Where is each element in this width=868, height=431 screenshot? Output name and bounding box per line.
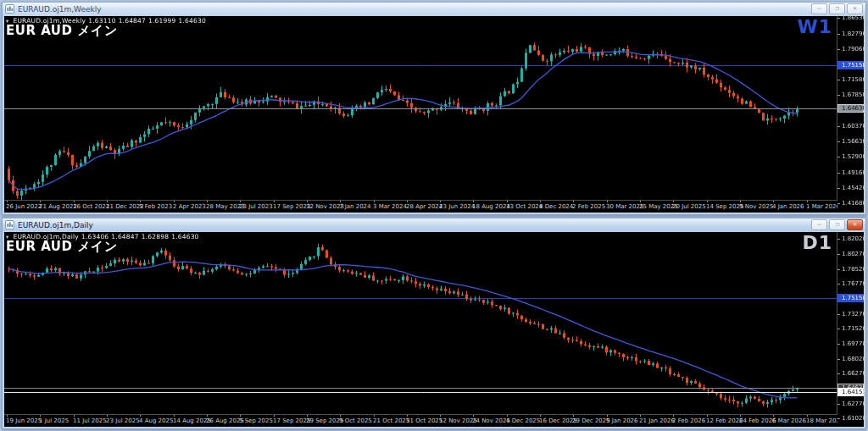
time-tick-mark: [673, 201, 674, 202]
time-tick-mark: [274, 415, 275, 417]
time-tick-label: 16 Dec 2025: [539, 417, 577, 424]
time-axis[interactable]: 19 Jun 20251 Jul 202511 Jul 202523 Jul 2…: [4, 414, 837, 427]
time-tick-mark: [440, 201, 441, 202]
time-tick-label: 24 Feb 2026: [739, 417, 776, 424]
time-tick-label: 8 Dec 2024: [539, 203, 573, 210]
window-title: EURAUD.oj1m,Weekly: [18, 5, 808, 14]
time-tick-mark: [607, 415, 608, 417]
price-tick-mark: [837, 18, 840, 19]
price-level-box: 1.64151: [837, 388, 864, 396]
time-tick-mark: [107, 415, 108, 417]
time-tick-label: 4 Aug 2025: [139, 417, 173, 424]
price-tick-mark: [837, 404, 840, 405]
time-tick-mark: [407, 415, 408, 417]
time-tick-mark: [340, 415, 341, 417]
time-tick-mark: [40, 201, 41, 202]
info-high: 1.64847: [119, 17, 146, 25]
time-tick-label: 5 Sep 2025: [239, 417, 273, 424]
price-chart-canvas[interactable]: [4, 16, 837, 201]
time-tick-mark: [174, 201, 175, 202]
time-tick-mark: [740, 415, 741, 417]
window-titlebar-daily[interactable]: EURAUD.oj1m,Daily – ❐ ✕: [3, 218, 865, 231]
price-tick-mark: [837, 314, 840, 315]
time-tick-label: 31 Oct 2025: [406, 417, 442, 424]
time-tick-mark: [74, 415, 75, 417]
time-tick-label: 9 Nov 2025: [739, 203, 773, 210]
timeframe-watermark: W1: [797, 16, 832, 37]
restore-button[interactable]: ❐: [829, 3, 845, 14]
window-titlebar-weekly[interactable]: EURAUD.oj1m,Weekly – ❐ ✕: [3, 3, 865, 15]
price-tick-label: 1.86530: [842, 16, 864, 21]
price-tick-label: 1.76770: [842, 280, 864, 287]
time-tick-mark: [240, 415, 241, 417]
price-tick-mark: [837, 418, 840, 419]
price-tick-label: 1.45420: [842, 185, 864, 191]
close-button[interactable]: ✕: [847, 219, 863, 230]
price-tick-mark: [837, 141, 840, 142]
time-tick-mark: [74, 201, 75, 202]
price-tick-mark: [837, 203, 840, 204]
time-tick-label: 18 Aug 2024: [472, 203, 510, 210]
time-tick-label: 9 Jan 2026: [606, 417, 638, 424]
time-tick-label: 29 Sep 2025: [306, 417, 343, 424]
price-tick-label: 1.69770: [842, 340, 864, 347]
time-tick-label: 7 Jan 2024: [339, 203, 371, 210]
minimize-button[interactable]: –: [811, 3, 827, 14]
time-tick-mark: [307, 201, 308, 202]
time-tick-label: 21 Aug 2022: [39, 203, 77, 210]
price-tick-label: 1.62770: [842, 401, 864, 407]
time-tick-mark: [573, 201, 574, 202]
time-tick-label: 1 Jul 2025: [39, 417, 69, 424]
chart-window-weekly: EURAUD.oj1m,Weekly – ❐ ✕ ▾EURAUD.oj1m,We…: [2, 2, 866, 215]
time-tick-mark: [673, 415, 674, 417]
time-tick-label: 9 Oct 2025: [339, 417, 372, 424]
price-axis[interactable]: 1.865301.827901.790601.753201.715801.678…: [837, 16, 864, 213]
time-tick-mark: [807, 415, 808, 417]
time-tick-label: 17 Sep 2023: [273, 203, 310, 210]
price-tick-mark: [837, 49, 840, 50]
price-axis[interactable]: 1.820201.802701.785201.767701.750201.732…: [837, 232, 864, 427]
time-axis[interactable]: 26 Jun 202221 Aug 202216 Oct 202211 Dec …: [4, 200, 837, 213]
time-tick-label: 12 Feb 2026: [706, 417, 743, 424]
price-tick-mark: [837, 80, 840, 80]
minimize-button[interactable]: –: [811, 219, 827, 230]
time-tick-mark: [773, 415, 774, 417]
price-level-box: 1.75158: [837, 61, 864, 69]
time-tick-label: 13 Oct 2024: [506, 203, 542, 210]
price-tick-label: 1.68020: [842, 356, 864, 362]
time-tick-label: 23 Jul 2025: [106, 417, 140, 424]
time-tick-mark: [807, 201, 808, 202]
price-tick-mark: [837, 126, 840, 127]
price-tick-mark: [837, 173, 840, 174]
time-tick-label: 21 Jan 2026: [639, 417, 675, 424]
price-tick-label: 1.73270: [842, 311, 864, 318]
price-tick-label: 1.67850: [842, 91, 864, 98]
time-tick-label: 3 Mar 2024: [373, 203, 407, 210]
time-tick-label: 2 Feb 2025: [572, 203, 605, 210]
time-tick-label: 4 Jan 2026: [772, 203, 804, 210]
time-tick-label: 30 Mar 2025: [606, 203, 643, 210]
restore-button[interactable]: ❐: [829, 219, 845, 230]
time-tick-label: 11 Dec 2022: [106, 203, 144, 210]
time-tick-mark: [773, 201, 774, 202]
chart-area-weekly: ▾EURAUD.oj1m,Weekly1.631101.648471.61999…: [4, 16, 864, 213]
price-tick-label: 1.80270: [842, 251, 864, 257]
price-tick-mark: [837, 239, 840, 240]
price-tick-label: 1.60370: [842, 123, 864, 130]
price-chart-canvas[interactable]: [4, 232, 837, 415]
time-tick-mark: [473, 415, 474, 417]
time-tick-mark: [740, 201, 741, 202]
close-button[interactable]: ✕: [847, 3, 863, 14]
time-tick-label: 2 Apr 2023: [173, 203, 206, 210]
time-tick-mark: [374, 201, 375, 202]
chart-area-daily: ▾EURAUD.oj1m,Daily1.634061.648471.628981…: [4, 232, 864, 427]
time-tick-label: 23 Jun 2024: [439, 203, 475, 210]
price-tick-mark: [837, 359, 840, 360]
info-close: 1.64630: [178, 17, 205, 25]
chart-label: EUR AUD メイン: [6, 23, 118, 39]
time-tick-mark: [274, 201, 275, 202]
price-tick-label: 1.78520: [842, 266, 864, 273]
time-tick-label: 6 Mar 2026: [772, 417, 806, 424]
time-tick-mark: [407, 201, 408, 202]
time-tick-label: 4 Dec 2025: [506, 417, 540, 424]
